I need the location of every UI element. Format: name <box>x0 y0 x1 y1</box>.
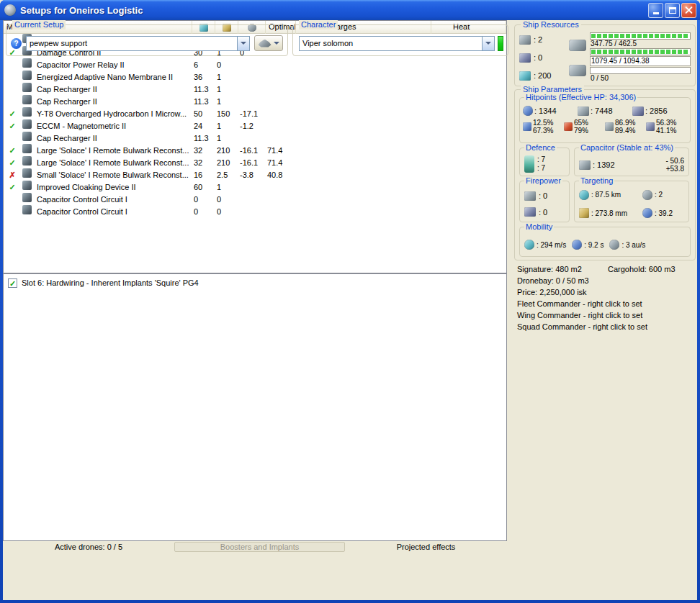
em-resist-icon <box>523 122 531 131</box>
ship-icon <box>259 40 272 47</box>
module-name: Y-T8 Overcharged Hydrocarbon I Microw... <box>35 108 192 119</box>
explosive-shield-resist: 56.3% <box>656 119 676 127</box>
module-row[interactable]: Large 'Solace' I Remote Bulwark Reconst.… <box>4 156 506 168</box>
module-icon <box>22 144 32 153</box>
module-row[interactable]: Large 'Solace' I Remote Bulwark Reconst.… <box>4 144 506 156</box>
defence-label: Defence <box>524 143 557 153</box>
capacitor-group: Capacitor (Stable at: 43%) : 1392 - 50.6… <box>574 148 689 176</box>
resource-icons-column <box>565 32 590 83</box>
module-powergrid: 0 <box>215 59 238 71</box>
maximize-button[interactable] <box>665 3 680 18</box>
module-row[interactable]: Y-T8 Overcharged Hydrocarbon I Microw...… <box>4 107 506 119</box>
module-name: Cap Recharger II <box>35 83 192 95</box>
sensor-strength: : 39.2 <box>655 209 673 217</box>
module-icon <box>22 156 32 166</box>
launcher-hardpoint-icon <box>519 53 531 63</box>
character-dropdown-button[interactable] <box>482 37 494 50</box>
module-powergrid: 1 <box>215 83 238 95</box>
cpu-usage-text: 347.75 / 462.5 <box>590 40 691 48</box>
module-row[interactable]: Capacitor Power Relay II 6 0 <box>4 58 506 71</box>
align-time: : 9.2 s <box>584 241 603 249</box>
explosive-resist-icon <box>646 122 655 131</box>
implant-row[interactable]: Slot 6: Hardwiring - Inherent Implants '… <box>8 277 502 289</box>
projected-effects-tab[interactable]: Projected effects <box>345 543 507 551</box>
capacitor-drain: - 50.6 <box>665 157 684 165</box>
module-cpu: 32 <box>192 145 215 156</box>
module-cap-use: -17.1 <box>238 108 266 119</box>
module-row[interactable]: Capacitor Control Circuit I 0 0 <box>4 193 506 205</box>
module-cpu: 16 <box>192 169 215 181</box>
module-name: ECCM - Magnetometric II <box>35 120 192 132</box>
module-row[interactable]: Cap Recharger II 11.3 1 <box>4 132 506 144</box>
module-row[interactable]: Improved Cloaking Device II 60 1 <box>4 181 506 193</box>
capacitor-recharge: +53.8 <box>665 165 684 173</box>
module-cpu: 11.3 <box>192 132 215 144</box>
squad-commander-text[interactable]: Squad Commander - right click to set <box>517 321 696 332</box>
module-name: Large 'Solace' I Remote Bulwark Reconst.… <box>35 145 192 156</box>
thermal-armor-resist: 79% <box>574 127 588 135</box>
price-text: Price: 2,250,000 isk <box>517 286 696 298</box>
close-button[interactable] <box>681 3 696 18</box>
module-powergrid: 1 <box>215 96 238 107</box>
ship-resources-label: Ship Resources <box>521 20 581 30</box>
hardpoints-column: : 2 : 0 : 200 <box>519 32 565 83</box>
ship-browser-button[interactable] <box>254 35 283 51</box>
module-powergrid: 0 <box>215 206 238 217</box>
module-icon <box>22 168 32 178</box>
module-cap-use: -16.1 <box>238 145 266 156</box>
module-name: Large 'Solace' I Remote Bulwark Reconst.… <box>35 157 192 168</box>
module-row[interactable]: Small 'Solace' I Remote Bulwark Reconst.… <box>4 168 506 181</box>
client-area: Current Setup ? pewpew support Character… <box>3 20 697 600</box>
structure-hp: : 2856 <box>645 106 668 115</box>
module-powergrid: 210 <box>215 157 238 168</box>
close-icon <box>685 6 693 14</box>
module-row[interactable]: Energized Adaptive Nano Membrane II 36 1 <box>4 71 506 83</box>
structure-icon <box>632 106 644 116</box>
ship-resources-group: Ship Resources : 2 : 0 : 200 347.75 / 46… <box>514 24 696 86</box>
titlebar[interactable]: Setups for Oneiros Logistic <box>0 0 700 20</box>
warp-speed-icon <box>609 240 619 250</box>
implant-checkbox[interactable] <box>8 278 17 288</box>
drone-icon <box>569 65 586 76</box>
modules-panel: Modules Optimal Charges Heat 1600mm Rein… <box>3 20 507 273</box>
minimize-button[interactable] <box>648 3 663 18</box>
sensor-strength-icon <box>642 208 652 218</box>
character-label: Character <box>299 20 338 30</box>
character-combobox[interactable]: Viper solomon <box>299 36 495 51</box>
turret-hardpoint-icon <box>519 35 531 45</box>
module-optimal: 71.4 <box>266 145 296 156</box>
module-row[interactable]: ECCM - Magnetometric II 24 1 -1.2 <box>4 119 506 132</box>
scan-resolution: : 273.8 mm <box>591 209 627 217</box>
ship-parameters-group: Ship Parameters Hitpoints (Effective HP:… <box>514 89 696 260</box>
module-icon <box>22 193 32 202</box>
module-cpu: 0 <box>192 206 215 217</box>
module-row[interactable]: Cap Recharger II 11.3 1 <box>4 83 506 95</box>
fleet-commander-text[interactable]: Fleet Commander - right click to set <box>517 298 696 309</box>
current-setup-combobox[interactable]: pewpew support <box>26 36 250 51</box>
hitpoints-group: Hitpoints (Effective HP: 34,306) : 1344 … <box>519 97 691 143</box>
module-cpu: 6 <box>192 59 215 71</box>
module-powergrid: 1 <box>215 120 238 132</box>
module-row[interactable]: Capacitor Control Circuit I 0 0 <box>4 205 506 217</box>
kinetic-armor-resist: 89.4% <box>615 127 635 135</box>
minimize-icon <box>653 12 659 14</box>
help-icon[interactable]: ? <box>11 38 22 49</box>
wing-commander-text[interactable]: Wing Commander - right click to set <box>517 309 696 321</box>
current-setup-dropdown-button[interactable] <box>237 37 249 50</box>
defence-icon <box>524 155 534 173</box>
module-name: Cap Recharger II <box>35 132 192 144</box>
module-powergrid: 1 <box>215 181 238 193</box>
chevron-down-icon <box>485 42 491 45</box>
shield-icon <box>523 106 533 116</box>
current-setup-value: pewpew support <box>27 37 237 50</box>
module-row[interactable]: Cap Recharger II 11.3 1 <box>4 95 506 107</box>
mobility-group: Mobility : 294 m/s : 9.2 s : 3 au/s <box>519 227 691 257</box>
defence-group: Defence : 7 : 7 <box>519 148 570 176</box>
module-status-icon <box>4 108 21 119</box>
module-icon <box>22 181 32 190</box>
turret-dps: : 0 <box>539 191 547 200</box>
em-resist: 12.5%67.3% <box>523 119 564 135</box>
module-cpu: 0 <box>192 194 215 205</box>
armor-hp: : 7448 <box>591 106 613 115</box>
boosters-implants-button[interactable]: Boosters and Implants <box>174 542 345 552</box>
